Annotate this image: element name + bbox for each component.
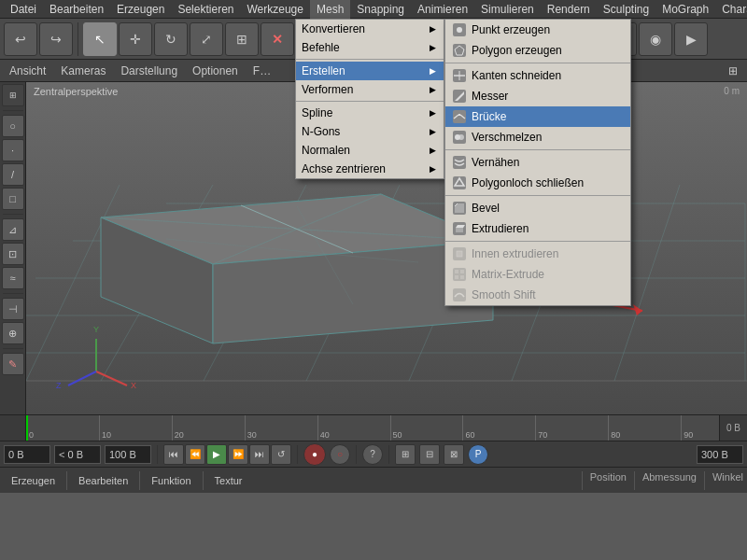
menu-charakt[interactable]: Charakt…: [715, 0, 747, 19]
layout-btn-3[interactable]: ⊠: [444, 444, 464, 465]
z-axis-label: Z: [56, 381, 62, 390]
bb-funktion[interactable]: Funktion: [144, 473, 198, 488]
menu-bearbeiten[interactable]: Bearbeiten: [43, 0, 110, 19]
tick-label-40: 40: [320, 430, 330, 440]
uv-btn[interactable]: ⊡: [2, 243, 24, 265]
go-end-btn[interactable]: ⏭: [249, 444, 270, 465]
modeling-btn[interactable]: ⊿: [2, 218, 24, 241]
kameras-btn[interactable]: Kameras: [55, 60, 111, 82]
loop-btn[interactable]: ↺: [271, 444, 291, 465]
dd-innen-extrudieren[interactable]: Innen extrudieren: [445, 244, 630, 264]
sidebar-sep-3: [3, 293, 23, 294]
dd-achse[interactable]: Achse zentrieren ▶: [296, 160, 444, 178]
dd-verformen[interactable]: Verformen ▶: [296, 80, 444, 99]
select-btn[interactable]: ↖: [83, 22, 117, 56]
edge-mode-btn[interactable]: /: [2, 163, 24, 186]
render-btn[interactable]: ▶: [674, 22, 708, 56]
layout-btn-4[interactable]: P: [468, 444, 488, 465]
dd-polygonloch[interactable]: Polygonloch schließen: [445, 173, 630, 193]
redo-btn[interactable]: ↪: [39, 22, 73, 56]
dd-punkt[interactable]: Punkt erzeugen: [445, 20, 630, 40]
erstellen-submenu[interactable]: Punkt erzeugen Polygon erzeugen Kanten s…: [444, 19, 631, 306]
dd-bevel[interactable]: Bevel: [445, 198, 630, 218]
dd-bruecke[interactable]: Brücke: [445, 106, 630, 127]
close-btn[interactable]: ✕: [261, 22, 294, 56]
poly-mode-btn[interactable]: □: [2, 188, 24, 210]
darstellung-btn[interactable]: Darstellung: [115, 60, 183, 82]
dd-polygon[interactable]: Polygon erzeugen: [445, 40, 630, 61]
layout-btn-2[interactable]: ⊟: [419, 444, 440, 465]
frame-start-field[interactable]: 0 B: [4, 445, 50, 464]
dd-normalen[interactable]: Normalen ▶: [296, 141, 444, 160]
dd-vernaehen[interactable]: Vernähen: [445, 152, 630, 173]
sculpt-side-btn[interactable]: ≈: [2, 267, 24, 289]
record-manual-btn[interactable]: ○: [330, 444, 350, 465]
menu-mograph[interactable]: MoGraph: [655, 0, 715, 19]
dd-matrix-extrude[interactable]: Matrix-Extrude: [445, 264, 630, 285]
snap-side-btn[interactable]: ⊕: [2, 322, 24, 344]
scale-btn[interactable]: ⤢: [190, 22, 223, 56]
transform-btn[interactable]: ⊞: [225, 22, 259, 56]
menu-rendern[interactable]: Rendern: [541, 0, 597, 19]
frame-end-field[interactable]: 100 B: [105, 445, 151, 464]
dd-befehle[interactable]: Befehle ▶: [296, 38, 444, 57]
transport-sep-4: [388, 445, 389, 464]
rotate-btn[interactable]: ↻: [154, 22, 188, 56]
dd-kanten[interactable]: Kanten schneiden: [445, 65, 630, 86]
menu-snapping[interactable]: Snapping: [350, 0, 411, 19]
dd-bruecke-left: Brücke: [451, 109, 506, 124]
menu-sculpting[interactable]: Sculpting: [597, 0, 655, 19]
dd-messer[interactable]: Messer: [445, 86, 630, 106]
menu-datei[interactable]: Datei: [4, 0, 43, 19]
material-btn[interactable]: ◉: [639, 22, 672, 56]
ansicht-btn[interactable]: Ansicht: [4, 60, 51, 82]
dd-spline[interactable]: Spline ▶: [296, 104, 444, 122]
svg-rect-75: [460, 270, 464, 273]
bb-textur[interactable]: Textur: [207, 473, 250, 488]
bb-winkel-label: Winkel: [712, 471, 743, 490]
viewport-thumb[interactable]: ⊞: [2, 84, 24, 106]
menu-mesh[interactable]: Mesh: [310, 0, 350, 19]
undo-btn[interactable]: ↩: [4, 22, 37, 56]
go-start-btn[interactable]: ⏮: [163, 444, 184, 465]
menu-animieren[interactable]: Animieren: [411, 0, 474, 19]
dd-ngons[interactable]: N-Gons ▶: [296, 122, 444, 141]
kanten-icon-svg: [452, 68, 467, 83]
play-btn[interactable]: ▶: [206, 444, 227, 465]
dd-konvertieren-arrow: ▶: [430, 24, 436, 34]
dd-erstellen[interactable]: Erstellen ▶: [296, 62, 444, 80]
dd-punkt-label: Punkt erzeugen: [472, 23, 550, 36]
f-btn[interactable]: F…: [247, 60, 276, 82]
dd-punkt-left: Punkt erzeugen: [451, 22, 550, 37]
move-btn[interactable]: ✛: [119, 22, 152, 56]
dd-extrudieren[interactable]: Extrudieren: [445, 218, 630, 239]
dd-polygon-left: Polygon erzeugen: [451, 43, 562, 58]
menu-werkzeuge[interactable]: Werkzeuge: [240, 0, 309, 19]
dd-smooth-shift[interactable]: Smooth Shift: [445, 285, 630, 305]
mesh-dropdown[interactable]: Konvertieren ▶ Befehle ▶ Erstellen ▶ Ver…: [295, 19, 444, 179]
frame-current-field[interactable]: < 0 B: [54, 445, 101, 464]
optionen-btn[interactable]: Optionen: [187, 60, 244, 82]
menu-simulieren[interactable]: Simulieren: [474, 0, 541, 19]
menu-erzeugen[interactable]: Erzeugen: [110, 0, 171, 19]
menu-selektieren[interactable]: Selektieren: [171, 0, 240, 19]
dd-verschmelzen[interactable]: Verschmelzen: [445, 127, 630, 147]
paint-btn[interactable]: ✎: [2, 353, 24, 375]
point-mode-btn[interactable]: ·: [2, 139, 24, 161]
symmetry-btn[interactable]: ⊣: [2, 298, 24, 320]
prev-key-btn[interactable]: ⏪: [185, 444, 205, 465]
help-btn[interactable]: ?: [362, 444, 383, 465]
next-key-btn[interactable]: ⏩: [228, 444, 248, 465]
dd-polygonloch-left: Polygonloch schließen: [451, 175, 584, 190]
dd-konvertieren[interactable]: Konvertieren ▶: [296, 20, 444, 38]
toolbar2-expand[interactable]: ⊞: [723, 60, 743, 82]
transport-sep-3: [356, 445, 357, 464]
frame-total-field[interactable]: 300 B: [697, 445, 743, 464]
layout-btn-1[interactable]: ⊞: [395, 444, 416, 465]
bb-bearbeiten[interactable]: Bearbeiten: [71, 473, 135, 488]
record-auto-btn[interactable]: ●: [303, 443, 326, 466]
bb-erzeugen[interactable]: Erzeugen: [4, 473, 63, 488]
bevel-icon-svg: [452, 201, 467, 216]
object-mode-btn[interactable]: ○: [2, 115, 24, 137]
timeline-ruler[interactable]: 0 10 20 30 40 50 60 70 80 90: [26, 415, 719, 441]
